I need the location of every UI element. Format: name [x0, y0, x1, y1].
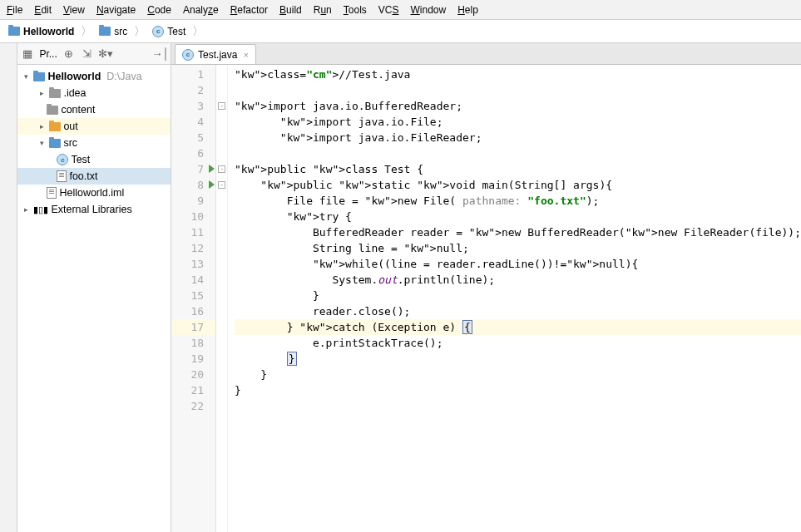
class-icon: c [182, 49, 194, 61]
run-gutter-icon[interactable] [209, 165, 215, 173]
folder-icon [47, 106, 58, 115]
menu-run[interactable]: Run [314, 4, 332, 16]
chevron-right-icon: 〉 [192, 24, 204, 39]
menu-bar: File Edit View Navigate Code Analyze Ref… [0, 0, 801, 20]
project-tree[interactable]: ▾HelloworldD:\Java ▸.idea content ▸out ▾… [17, 65, 171, 532]
tree-test[interactable]: cTest [17, 151, 171, 168]
tree-ext[interactable]: ▸▮▯▮External Libraries [17, 201, 171, 218]
expand-icon[interactable]: ▾ [21, 71, 31, 81]
class-icon: c [57, 154, 68, 165]
left-tool-stripe[interactable] [0, 43, 17, 532]
tree-iml[interactable]: Helloworld.iml [17, 185, 171, 201]
editor-area: c Test.java × 123456 7 8 910111213141516… [171, 43, 801, 532]
folder-icon [8, 27, 20, 36]
expand-icon[interactable]: ▾ [37, 138, 47, 148]
menu-window[interactable]: Window [410, 4, 446, 16]
file-icon [47, 187, 57, 199]
menu-edit[interactable]: Edit [34, 4, 52, 16]
code-content[interactable]: "kw">class="cm">//Test.java "kw">import … [228, 65, 801, 532]
line-gutter[interactable]: 123456 7 8 910111213141516 17 1819202122 [171, 65, 216, 532]
fold-gutter[interactable]: - - - [216, 65, 228, 532]
hide-icon[interactable]: →│ [154, 47, 167, 61]
menu-view[interactable]: View [63, 4, 85, 16]
menu-help[interactable]: Help [457, 4, 478, 16]
menu-analyze[interactable]: Analyze [183, 4, 219, 16]
breadcrumb-bar: Helloworld 〉 src 〉 cTest 〉 [0, 20, 801, 43]
collapse-icon[interactable]: ⇲ [81, 47, 94, 61]
crumb-project[interactable]: Helloworld [5, 26, 77, 37]
expand-icon[interactable]: ▸ [37, 121, 47, 131]
library-icon: ▮▯▮ [33, 204, 48, 215]
menu-file[interactable]: File [7, 4, 22, 16]
chevron-right-icon: 〉 [81, 24, 92, 39]
fold-icon[interactable]: - [218, 165, 225, 173]
code-editor[interactable]: 123456 7 8 910111213141516 17 1819202122… [171, 65, 801, 532]
folder-icon [49, 89, 61, 98]
editor-tabs: c Test.java × [171, 43, 801, 65]
file-icon [57, 170, 67, 182]
tree-src[interactable]: ▾src [17, 135, 171, 151]
tree-content[interactable]: content [17, 101, 171, 118]
tree-foo[interactable]: foo.txt [17, 168, 171, 185]
project-view-icon[interactable]: ▦ [21, 47, 34, 61]
project-tool-window: ▦ Pr... ⊕ ⇲ ✻▾ →│ ▾HelloworldD:\Java ▸.i… [17, 43, 171, 532]
locate-icon[interactable]: ⊕ [62, 47, 76, 61]
project-toolbar: ▦ Pr... ⊕ ⇲ ✻▾ →│ [17, 43, 171, 65]
menu-vcs[interactable]: VCS [378, 4, 399, 16]
crumb-src[interactable]: src [96, 26, 131, 37]
menu-code[interactable]: Code [147, 4, 171, 16]
folder-icon [49, 139, 61, 148]
chevron-right-icon: 〉 [134, 24, 146, 39]
expand-icon[interactable]: ▸ [21, 204, 31, 214]
folder-icon [49, 122, 61, 131]
tab-test-java[interactable]: c Test.java × [175, 44, 256, 64]
project-view-label[interactable]: Pr... [39, 48, 57, 60]
tree-out[interactable]: ▸out [17, 118, 171, 135]
menu-navigate[interactable]: Navigate [96, 4, 136, 16]
fold-icon[interactable]: - [218, 181, 225, 189]
menu-tools[interactable]: Tools [344, 4, 367, 16]
close-icon[interactable]: × [243, 50, 248, 60]
menu-build[interactable]: Build [279, 4, 302, 16]
run-gutter-icon[interactable] [209, 180, 215, 189]
class-icon: c [152, 26, 164, 37]
fold-icon[interactable]: - [218, 102, 225, 110]
crumb-file[interactable]: cTest [149, 26, 189, 37]
expand-icon[interactable]: ▸ [37, 88, 47, 98]
folder-icon [99, 27, 111, 36]
tree-idea[interactable]: ▸.idea [17, 85, 171, 101]
folder-icon [33, 72, 45, 81]
gear-icon[interactable]: ✻▾ [99, 47, 112, 61]
menu-refactor[interactable]: Refactor [230, 4, 268, 16]
tree-root[interactable]: ▾HelloworldD:\Java [17, 68, 171, 85]
